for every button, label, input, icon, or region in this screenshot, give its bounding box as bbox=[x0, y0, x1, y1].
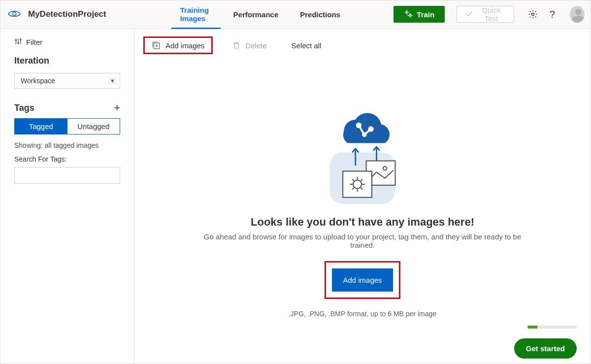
sidebar: Filter Iteration Workspace ▼ Tags + Tagg… bbox=[0, 29, 134, 364]
svg-rect-31 bbox=[343, 171, 372, 198]
showing-text: Showing: all tagged images bbox=[14, 141, 120, 149]
svg-point-13 bbox=[531, 13, 534, 16]
svg-point-19 bbox=[20, 39, 21, 40]
empty-state-illustration bbox=[316, 105, 409, 209]
main-panel: Add images Delete Select all bbox=[134, 29, 591, 364]
add-image-icon bbox=[152, 41, 161, 50]
tab-performance[interactable]: Performance bbox=[223, 0, 290, 29]
select-all-label: Select all bbox=[292, 41, 322, 50]
svg-point-0 bbox=[12, 12, 16, 15]
iteration-selected: Workspace bbox=[21, 77, 55, 85]
svg-point-2 bbox=[406, 12, 407, 13]
image-toolbar: Add images Delete Select all bbox=[134, 29, 591, 60]
tags-heading: Tags bbox=[14, 103, 34, 113]
empty-state: Looks like you don't have any images her… bbox=[134, 60, 591, 364]
svg-rect-12 bbox=[412, 15, 413, 16]
svg-rect-11 bbox=[408, 15, 409, 16]
svg-point-15 bbox=[15, 39, 17, 41]
quick-test-label: Quick Test bbox=[477, 6, 506, 23]
select-all-button[interactable]: Select all bbox=[287, 38, 328, 53]
tab-training-images[interactable]: Training Images bbox=[169, 0, 223, 29]
tag-filter-toggle: Tagged Untagged bbox=[14, 118, 120, 134]
check-icon bbox=[465, 10, 473, 19]
delete-toolbar-button: Delete bbox=[226, 38, 273, 53]
sliders-icon bbox=[14, 37, 22, 47]
help-icon[interactable]: ? bbox=[544, 5, 560, 23]
settings-icon[interactable] bbox=[525, 5, 541, 23]
svg-rect-4 bbox=[407, 13, 408, 14]
empty-subtext: Go ahead and browse for images to upload… bbox=[195, 232, 530, 249]
add-tag-icon[interactable]: + bbox=[114, 102, 120, 113]
svg-point-17 bbox=[18, 42, 19, 43]
search-tags-label: Search For Tags: bbox=[14, 155, 120, 163]
search-tags-input[interactable] bbox=[14, 167, 120, 184]
train-button[interactable]: Train bbox=[394, 6, 445, 23]
user-avatar[interactable] bbox=[570, 6, 585, 23]
add-images-toolbar-label: Add images bbox=[165, 41, 204, 50]
filter-label: Filter bbox=[26, 38, 42, 46]
iteration-heading: Iteration bbox=[14, 56, 120, 66]
svg-rect-6 bbox=[408, 12, 409, 13]
quick-test-button: Quick Test bbox=[457, 6, 514, 23]
add-images-toolbar-button[interactable]: Add images bbox=[143, 36, 213, 54]
gears-icon bbox=[404, 9, 413, 20]
delete-toolbar-label: Delete bbox=[245, 41, 266, 50]
tab-predictions[interactable]: Predictions bbox=[289, 0, 351, 29]
trash-icon bbox=[232, 41, 240, 49]
svg-point-8 bbox=[410, 14, 411, 15]
chevron-down-icon: ▼ bbox=[108, 77, 117, 84]
header-bar: MyDetectionProject Training Images Perfo… bbox=[0, 0, 591, 29]
svg-rect-9 bbox=[410, 13, 411, 14]
get-started-button[interactable]: Get started bbox=[514, 338, 577, 359]
format-hint: .JPG, .PNG, .BMP format, up to 6 MB per … bbox=[289, 310, 436, 318]
onboarding-progress-fill bbox=[527, 326, 537, 329]
iteration-dropdown[interactable]: Workspace ▼ bbox=[14, 73, 120, 89]
add-images-highlight-frame: Add images bbox=[325, 261, 400, 299]
untagged-toggle[interactable]: Untagged bbox=[67, 119, 120, 134]
svg-rect-3 bbox=[407, 10, 408, 11]
add-images-primary-button[interactable]: Add images bbox=[332, 268, 393, 292]
train-button-label: Train bbox=[417, 10, 434, 19]
filter-toggle[interactable]: Filter bbox=[14, 37, 120, 47]
bottom-right-stack: Get started bbox=[514, 326, 577, 359]
onboarding-progress bbox=[527, 326, 577, 329]
svg-rect-5 bbox=[405, 12, 406, 13]
empty-heading: Looks like you don't have any images her… bbox=[251, 216, 474, 229]
app-logo-icon bbox=[7, 9, 21, 20]
nav-tabs: Training Images Performance Predictions bbox=[169, 0, 351, 29]
project-title: MyDetectionProject bbox=[28, 9, 106, 19]
tagged-toggle[interactable]: Tagged bbox=[15, 119, 67, 134]
svg-rect-10 bbox=[410, 16, 411, 17]
